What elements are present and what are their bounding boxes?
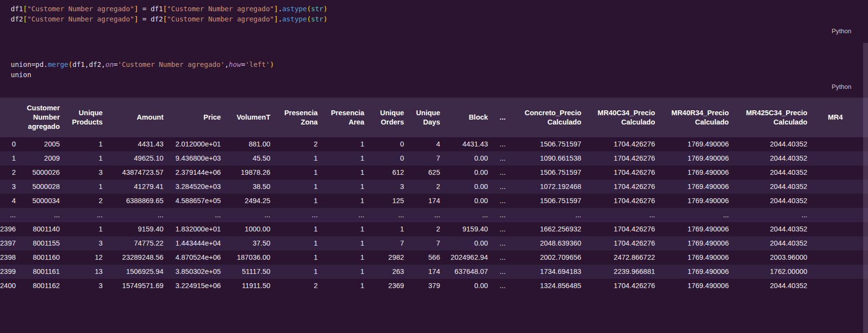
table-cell: 51117.50	[227, 265, 276, 279]
table-cell: 1506.751597	[511, 194, 587, 208]
table-cell: 1704.426276	[587, 151, 661, 166]
table-cell: 2	[410, 180, 446, 194]
table-cell: 174	[410, 194, 446, 208]
table-cell: ...	[494, 208, 511, 222]
cell-language-label-2[interactable]: Python	[0, 83, 868, 91]
table-cell: 41279.41	[108, 180, 169, 194]
table-cell: 1704.426276	[587, 194, 661, 208]
table-cell: 1	[370, 222, 410, 236]
column-header	[0, 98, 21, 137]
code-token-bracket: )	[270, 61, 274, 68]
table-cell: 2	[66, 194, 109, 208]
code-token-plain: union	[11, 71, 31, 79]
table-cell	[813, 265, 868, 279]
table-cell: 7	[410, 151, 446, 166]
row-index: 0	[0, 137, 21, 151]
code-token-plain: df1	[72, 61, 84, 68]
table-cell: 0.00	[446, 236, 494, 250]
column-header: MR4	[813, 98, 868, 137]
column-header: VolumenT	[227, 98, 276, 137]
code-token-string: "Customer Number agregado"	[167, 5, 274, 13]
table-cell: 1	[276, 166, 323, 180]
cell-language-label-1[interactable]: Python	[0, 27, 868, 35]
code-editor-2[interactable]: union=pd.merge(df1,df2,on='Customer Numb…	[0, 60, 868, 80]
table-cell: 2	[410, 222, 446, 236]
table-row: 24008001162315749571.693.224915e+0611911…	[0, 279, 868, 293]
table-cell: ...	[227, 208, 276, 222]
table-cell: 2044.40352	[735, 137, 813, 151]
row-index: 3	[0, 180, 21, 194]
table-cell: 3	[66, 279, 109, 293]
table-cell: 2044.40352	[735, 222, 813, 236]
code-token-plain: df2	[11, 15, 23, 23]
table-row: 35000028141279.413.284520e+0338.5011320.…	[0, 180, 868, 194]
code-token-func: astype	[282, 5, 307, 13]
code-token-string: "Customer Number agregado"	[27, 15, 134, 23]
row-index: 2	[0, 166, 21, 180]
table-cell: 2494.25	[227, 194, 276, 208]
table-cell: 1704.426276	[587, 236, 661, 250]
code-cell-1: df1["Customer Number agregado"] = df1["C…	[0, 0, 868, 35]
table-cell: ...	[511, 208, 587, 222]
table-cell: 0.00	[446, 151, 494, 166]
table-cell: 1	[66, 222, 109, 236]
table-cell: ...	[169, 208, 227, 222]
table-cell: ...	[370, 208, 410, 222]
code-token-plain: ,	[224, 61, 228, 68]
table-cell: 2	[276, 137, 323, 151]
table-cell: 1769.490006	[661, 194, 735, 208]
table-cell: 2044.40352	[735, 151, 813, 166]
table-cell: 1769.490006	[661, 236, 735, 250]
table-cell: 3	[66, 236, 109, 250]
table-cell: 8001160	[21, 250, 65, 265]
table-cell: ...	[494, 279, 511, 293]
table-row: 25000026343874723.572.379144e+0619878.26…	[0, 166, 868, 180]
row-index: ...	[0, 208, 21, 222]
code-editor-1[interactable]: df1["Customer Number agregado"] = df1["C…	[0, 4, 868, 24]
code-token-bracket: [	[23, 15, 27, 23]
column-header: Presencia Zona	[276, 98, 323, 137]
row-index: 4	[0, 194, 21, 208]
column-header: MR40C34_Precio Calculado	[587, 98, 661, 137]
table-cell: ...	[661, 208, 735, 222]
column-header: ...	[494, 98, 511, 137]
row-index: 2397	[0, 236, 21, 250]
table-cell: 1	[323, 194, 370, 208]
table-cell: 45.50	[227, 151, 276, 166]
table-cell: 15749571.69	[108, 279, 169, 293]
table-cell: 19878.26	[227, 166, 276, 180]
table-cell: 125	[370, 194, 410, 208]
table-cell: ...	[323, 208, 370, 222]
code-line: union=pd.merge(df1,df2,on='Customer Numb…	[11, 60, 868, 70]
table-cell: ...	[494, 236, 511, 250]
code-token-plain: union	[11, 61, 31, 68]
table-cell: 2044.40352	[735, 279, 813, 293]
table-row: 12009149625.109.436800e+0345.5011070.00.…	[0, 151, 868, 166]
table-cell: 1704.426276	[587, 180, 661, 194]
column-header: Presencia Area	[323, 98, 370, 137]
table-cell: ...	[494, 222, 511, 236]
table-cell: 8001155	[21, 236, 65, 250]
table-cell	[813, 166, 868, 180]
table-cell: 7	[410, 236, 446, 250]
table-cell	[813, 222, 868, 236]
table-cell: 2024962.94	[446, 250, 494, 265]
vertical-scrollbar[interactable]	[863, 43, 868, 333]
column-header: Unique Days	[410, 98, 446, 137]
code-token-string: 'Customer Number agregado'	[118, 61, 224, 68]
table-cell: 4	[410, 137, 446, 151]
code-token-plain: df2	[89, 61, 101, 68]
code-token-type: str	[311, 5, 323, 13]
table-cell: ...	[494, 250, 511, 265]
code-token-string: "Customer Number agregado"	[27, 5, 134, 13]
column-header: MR425C34_Precio Calculado	[735, 98, 813, 137]
table-cell: ...	[494, 137, 511, 151]
table-cell: 625	[410, 166, 446, 180]
column-header: MR40R34_Precio Calculado	[661, 98, 735, 137]
table-row: 0200514431.432.012000e+01881.0021044431.…	[0, 137, 868, 151]
table-cell: 4431.43	[446, 137, 494, 151]
table-cell: 7	[370, 236, 410, 250]
table-cell: 9159.40	[446, 222, 494, 236]
scrollbar-thumb[interactable]	[863, 43, 868, 333]
table-cell: 1704.426276	[587, 137, 661, 151]
